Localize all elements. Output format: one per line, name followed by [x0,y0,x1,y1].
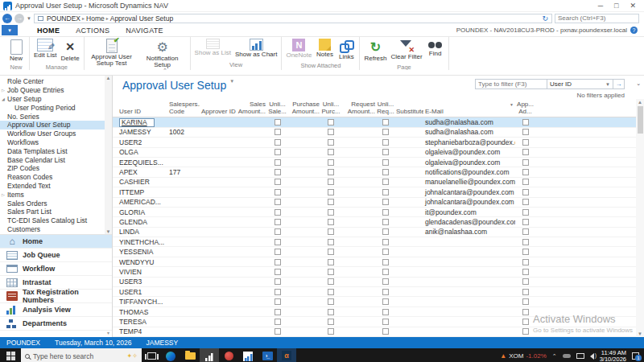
checkbox-unlimited_request[interactable] [382,209,389,216]
nav-button-workflow[interactable]: Workflow [0,262,112,276]
cell-email[interactable]: johnalcantara@poundex.com [423,187,515,196]
cell-unlimited_request[interactable] [377,158,394,167]
close-button[interactable]: ✕ [630,2,636,10]
taskbar-app-task-view-icon[interactable] [142,348,161,362]
cell-unlimited_purchase[interactable] [321,158,341,167]
cell-sales_amount[interactable] [237,267,267,276]
breadcrumb-item[interactable]: Home [86,14,105,23]
cell-approver_id[interactable] [200,148,237,157]
cell-user_id[interactable]: OLGA [118,148,167,157]
expander-expanded-icon[interactable]: ◢ [2,97,7,101]
cell-email[interactable] [423,257,515,266]
cell-request_amount[interactable] [341,327,377,336]
sidebar-item-base-calendar-list[interactable]: Base Calendar List [0,155,112,164]
cell-code[interactable] [167,178,200,187]
checkbox-approval_admin[interactable] [522,259,529,265]
links-button[interactable]: Links [336,38,357,61]
cell-purchase_amount[interactable] [287,187,321,196]
cell-purchase_amount[interactable] [287,167,321,176]
taskbar-app-nav-bars-icon[interactable] [200,348,219,362]
cell-unlimited_sales[interactable] [267,128,287,137]
cell-unlimited_request[interactable] [377,317,394,326]
cell-approval_admin[interactable] [515,237,535,246]
cell-approver_id[interactable] [200,187,237,196]
checkbox-unlimited_request[interactable] [382,328,389,335]
scroll-down-icon[interactable]: ▼ [638,331,642,336]
checkbox-approval_admin[interactable] [522,169,529,175]
checkbox-unlimited_sales[interactable] [275,129,281,135]
filter-column-select[interactable]: User ID ▼ [547,79,613,89]
refresh-address-icon[interactable]: ↻ [542,14,548,23]
cell-purchase_amount[interactable] [287,247,321,256]
delete-button[interactable]: Delete [59,38,80,63]
cell-request_amount[interactable] [341,278,377,286]
cell-email[interactable]: olgaleiva@poundex.com [423,148,515,157]
cell-unlimited_sales[interactable] [267,148,287,157]
checkbox-unlimited_purchase[interactable] [328,269,334,275]
column-header-approval_admin[interactable]: App...Ad... [515,99,535,117]
cell-unlimited_sales[interactable] [267,158,287,167]
cell-code[interactable] [167,278,200,286]
cell-purchase_amount[interactable] [287,317,321,326]
cell-code[interactable] [167,158,200,167]
checkbox-approval_admin[interactable] [522,228,529,235]
cell-unlimited_purchase[interactable] [321,327,341,336]
cell-email[interactable]: it@poundex.com [423,208,515,216]
checkbox-approval_admin[interactable] [522,278,529,285]
cell-user_id[interactable]: JAMESSY [118,128,167,137]
tab-navigate[interactable]: NAVIGATE [118,25,171,36]
cell-unlimited_sales[interactable] [267,217,287,226]
checkbox-unlimited_purchase[interactable] [328,228,334,235]
cell-purchase_amount[interactable] [287,228,321,237]
cell-approver_id[interactable] [200,158,237,167]
taskbar-app-powershell-icon[interactable] [258,348,277,362]
sidebar-item-sales-part-list[interactable]: Sales Part List [0,208,112,216]
configure-buttons-icon[interactable]: ▾ [107,330,109,335]
cell-request_amount[interactable] [341,117,377,126]
cell-unlimited_request[interactable] [377,178,394,187]
cell-code[interactable] [167,208,200,216]
cell-sales_amount[interactable] [237,187,267,196]
cell-approver_id[interactable] [200,217,237,226]
cell-user_id[interactable]: KARINA [118,117,167,126]
sidebar-item-tc-edi-sales-catalog-list[interactable]: TC-EDI Sales Catalog List [0,216,112,225]
cell-approval_admin[interactable] [515,217,535,226]
cell-user_id[interactable]: TERESA [118,317,167,326]
cell-code[interactable] [167,228,200,237]
cell-unlimited_request[interactable] [377,138,394,146]
checkbox-unlimited_request[interactable] [382,169,389,175]
cell-request_amount[interactable] [341,148,377,157]
checkbox-unlimited_request[interactable] [382,219,389,225]
checkbox-unlimited_request[interactable] [382,129,389,135]
table-row[interactable]: WENDYYU [113,257,636,267]
checkbox-unlimited_sales[interactable] [275,289,281,295]
checkbox-unlimited_request[interactable] [382,179,389,185]
cell-user_id[interactable]: CASHIER [118,178,167,187]
sidebar-item-user-posting-period[interactable]: User Posting Period [0,103,112,112]
column-header-unlimited_purchase[interactable]: Unli...Purc... [321,99,341,117]
checkbox-unlimited_sales[interactable] [275,228,281,235]
tray-expand-icon[interactable]: ⌃ [552,353,557,360]
checkbox-unlimited_request[interactable] [382,269,389,275]
cell-sales_amount[interactable] [237,178,267,187]
cell-unlimited_purchase[interactable] [321,297,341,306]
cell-code[interactable] [167,267,200,276]
checkbox-approval_admin[interactable] [522,129,529,135]
cell-user_id[interactable]: TEMP4 [118,327,167,336]
taskbar-app-red-app-icon[interactable] [219,348,238,362]
cell-email[interactable]: johnalcantara@poundex.com [423,198,515,207]
nav-button-tax-registration-numbers[interactable]: Tax Registration Numbers [0,290,112,303]
cell-code[interactable] [167,237,200,246]
status-user[interactable]: JAMESSY [147,339,179,347]
cell-unlimited_request[interactable] [377,297,394,306]
checkbox-unlimited_purchase[interactable] [328,159,334,166]
cell-code[interactable] [167,287,200,296]
cell-sales_amount[interactable] [237,148,267,157]
cell-substitute[interactable] [394,158,423,167]
cell-unlimited_sales[interactable] [267,167,287,176]
sidebar-item-approval-user-setup[interactable]: Approval User Setup [0,121,112,130]
cell-unlimited_request[interactable] [377,148,394,157]
cell-substitute[interactable] [394,217,423,226]
cell-approval_admin[interactable] [515,187,535,196]
cell-approval_admin[interactable] [515,198,535,207]
